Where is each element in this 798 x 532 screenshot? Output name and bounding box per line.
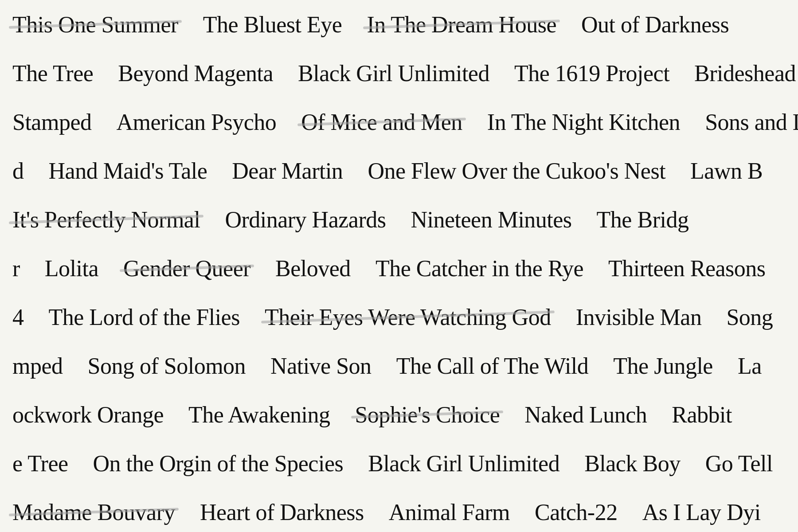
title-row-5: It's Perfectly NormalOrdinary HazardsNin… — [0, 195, 798, 244]
book-title-5-5: Thirteen Reasons — [596, 255, 778, 282]
book-title-6-3: Invisible Man — [563, 304, 714, 330]
title-row-4: dHand Maid's TaleDear MartinOne Flew Ove… — [0, 146, 798, 195]
book-title-4-1: Ordinary Hazards — [212, 207, 398, 233]
book-title-7-5: La — [725, 353, 774, 379]
book-title-6-1: The Lord of the Flies — [36, 304, 252, 330]
book-title-0-0: This One Summer — [0, 12, 191, 38]
book-title-3-4: Lawn B — [678, 158, 775, 184]
title-row-6: rLolitaGender QueerBelovedThe Catcher in… — [0, 244, 798, 293]
book-title-3-2: Dear Martin — [219, 158, 355, 184]
book-title-5-2: Gender Queer — [111, 255, 263, 282]
title-row-9: ockwork OrangeThe AwakeningSophie's Choi… — [0, 390, 798, 439]
book-title-9-4: Go Tell — [693, 450, 785, 477]
book-title-5-3: Beloved — [263, 255, 363, 282]
book-title-7-1: Song of Solomon — [75, 353, 258, 379]
book-title-0-2: In The Dream House — [354, 12, 569, 38]
book-title-8-2: Sophie's Choice — [342, 402, 512, 428]
book-title-9-3: Black Boy — [572, 450, 692, 477]
book-title-9-2: Black Girl Unlimited — [356, 450, 572, 477]
title-row-3: StampedAmerican PsychoOf Mice and MenIn … — [0, 98, 798, 146]
book-title-5-0: r — [0, 255, 32, 282]
book-titles-background: This One SummerThe Bluest EyeIn The Drea… — [0, 0, 798, 532]
book-title-8-1: The Awakening — [176, 402, 342, 428]
title-row-2: The TreeBeyond MagentaBlack Girl Unlimit… — [0, 49, 798, 98]
book-title-10-4: As I Lay Dyi — [630, 499, 773, 525]
book-title-10-1: Heart of Darkness — [188, 499, 376, 525]
book-title-6-2: Their Eyes Were Watching God — [252, 304, 563, 330]
book-title-7-2: Native Son — [258, 353, 384, 379]
title-row-1: This One SummerThe Bluest EyeIn The Drea… — [0, 0, 798, 49]
title-row-7: 4The Lord of the FliesTheir Eyes Were Wa… — [0, 293, 798, 341]
book-title-5-4: The Catcher in the Rye — [363, 255, 596, 282]
book-title-3-3: One Flew Over the Cukoo's Nest — [355, 158, 678, 184]
title-row-10: e TreeOn the Orgin of the SpeciesBlack G… — [0, 439, 798, 488]
book-title-6-0: 4 — [0, 304, 36, 330]
book-title-1-2: Black Girl Unlimited — [286, 60, 502, 86]
book-title-0-1: The Bluest Eye — [191, 12, 355, 38]
book-title-10-3: Catch-22 — [522, 499, 630, 525]
book-title-4-2: Nineteen Minutes — [398, 207, 584, 233]
book-title-9-0: e Tree — [0, 450, 81, 477]
book-title-7-0: mped — [0, 353, 75, 379]
book-title-2-0: Stamped — [0, 109, 104, 135]
title-row-11: Madame BouvaryHeart of DarknessAnimal Fa… — [0, 488, 798, 532]
book-title-10-0: Madame Bouvary — [0, 499, 188, 525]
book-title-7-4: The Jungle — [601, 353, 725, 379]
book-title-2-4: Sons and L — [692, 109, 798, 135]
book-title-2-1: American Psycho — [104, 109, 289, 135]
book-title-2-2: Of Mice and Men — [289, 109, 475, 135]
book-title-2-3: In The Night Kitchen — [475, 109, 692, 135]
book-title-3-0: d — [0, 158, 36, 184]
book-title-7-3: The Call of The Wild — [384, 353, 601, 379]
book-title-6-4: Song — [714, 304, 785, 330]
book-title-5-1: Lolita — [32, 255, 111, 282]
book-title-1-0: The Tree — [0, 60, 106, 86]
book-title-8-0: ockwork Orange — [0, 402, 176, 428]
book-title-4-3: The Bridg — [584, 207, 701, 233]
book-title-0-3: Out of Darkness — [569, 12, 741, 38]
book-title-10-2: Animal Farm — [376, 499, 522, 525]
book-title-1-3: The 1619 Project — [502, 60, 682, 86]
book-title-4-0: It's Perfectly Normal — [0, 207, 212, 233]
book-title-1-1: Beyond Magenta — [106, 60, 286, 86]
book-title-9-1: On the Orgin of the Species — [81, 450, 356, 477]
title-row-8: mpedSong of SolomonNative SonThe Call of… — [0, 341, 798, 390]
book-title-1-4: Brideshead — [682, 60, 798, 86]
book-title-8-3: Naked Lunch — [512, 402, 659, 428]
book-title-8-4: Rabbit — [659, 402, 744, 428]
book-title-3-1: Hand Maid's Tale — [36, 158, 220, 184]
